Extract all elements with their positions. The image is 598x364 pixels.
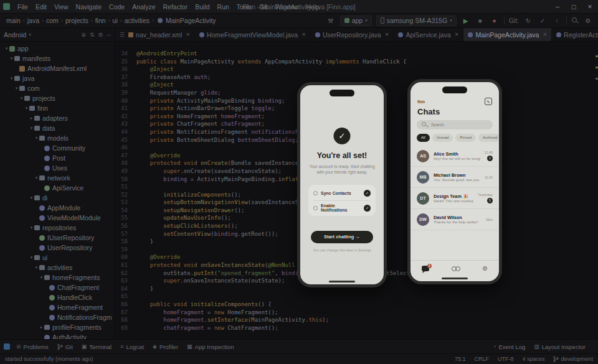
git-update-button[interactable]: ↻ xyxy=(523,17,533,24)
start-chatting-button[interactable]: Start chatting → xyxy=(311,231,373,243)
tree-item-viewmodelmodule[interactable]: ViewModelModule xyxy=(0,213,115,223)
tool-window-terminal[interactable]: ▣Terminal xyxy=(82,343,112,350)
close-icon[interactable]: ✕ xyxy=(543,32,547,37)
checklist-row[interactable]: Sync Contacts✓ xyxy=(313,186,371,200)
tool-window-logcat[interactable]: ≡Logcat xyxy=(120,343,144,350)
tool-window-app-inspection[interactable]: ▦App Inspection xyxy=(187,343,234,350)
menu-item-code[interactable]: Code xyxy=(105,3,128,11)
tree-item-projects[interactable]: ▾projects xyxy=(0,93,115,103)
chevron-down-icon[interactable]: ▾ xyxy=(14,86,19,91)
chevron-right-icon[interactable]: ▸ xyxy=(39,325,44,330)
breadcrumb-item-main[interactable]: main xyxy=(5,17,22,24)
chevron-right-icon[interactable]: ▸ xyxy=(29,116,34,121)
tree-item-finn[interactable]: ▾finn xyxy=(0,103,115,113)
filter-chip-all[interactable]: All xyxy=(417,134,430,142)
tree-item-chatfragment[interactable]: ChatFragment xyxy=(0,282,115,292)
git-branch-widget[interactable]: development xyxy=(553,356,593,363)
editor-tab[interactable]: ☰nav_header.xml✕ xyxy=(115,28,195,41)
filter-chip-pinned[interactable]: Pinned xyxy=(455,134,476,142)
groups-tab-icon[interactable] xyxy=(452,266,460,272)
tool-window-layout-inspector[interactable]: ▥Layout Inspector xyxy=(534,343,586,350)
line-ending-widget[interactable]: CRLF xyxy=(474,356,489,362)
tool-window-profiler[interactable]: ◈Profiler xyxy=(153,343,178,350)
tree-item-com[interactable]: ▾com xyxy=(0,83,115,93)
search-everywhere-icon[interactable] xyxy=(571,17,579,24)
chevron-down-icon[interactable]: ▾ xyxy=(19,96,24,101)
tree-item-java[interactable]: ▾java xyxy=(0,73,115,83)
chats-search-input[interactable]: Search xyxy=(417,120,493,129)
tree-item-homefragment[interactable]: HomeFragment xyxy=(0,302,115,312)
tree-item-community[interactable]: Community xyxy=(0,143,115,153)
chevron-down-icon[interactable]: ▾ xyxy=(39,275,44,280)
tree-item-adapters[interactable]: ▸adapters xyxy=(0,113,115,123)
breadcrumb-item-mainpageactivity[interactable]: MainPageActivity xyxy=(164,17,217,24)
tree-item-ui[interactable]: ▾ui xyxy=(0,253,115,263)
tree-item-activities[interactable]: ▾activities xyxy=(0,263,115,273)
chat-list-item[interactable]: ASAlice SmithHey! Are we still on for to… xyxy=(411,146,499,167)
error-stripe[interactable] xyxy=(596,42,598,339)
editor-tab[interactable]: HomeFragmentViewModel.java✕ xyxy=(195,28,311,41)
menu-item-edit[interactable]: Edit xyxy=(32,3,50,11)
chat-list-item[interactable]: DTDesign Team 🎉Sarah: The new mockups ar… xyxy=(411,188,499,209)
tree-item-uses[interactable]: Uses xyxy=(0,163,115,173)
chevron-down-icon[interactable]: ▾ xyxy=(34,175,39,180)
tool-window-event-log[interactable]: ◔Event Log xyxy=(493,343,525,350)
chevron-down-icon[interactable]: ▾ xyxy=(29,225,34,230)
tree-item-models[interactable]: ▾models xyxy=(0,133,115,143)
git-commit-button[interactable]: ✓ xyxy=(538,17,548,24)
tree-item-apiservice[interactable]: ApiService xyxy=(0,183,115,193)
tree-item-homefragments[interactable]: ▾homeFragments xyxy=(0,273,115,282)
breadcrumb-item-projects[interactable]: projects xyxy=(64,17,90,24)
editor-tab[interactable]: ApiService.java✕ xyxy=(394,28,463,41)
editor-tab[interactable]: MainPageActivity.java✕ xyxy=(463,28,552,41)
tree-item-di[interactable]: ▾di xyxy=(0,193,115,203)
breadcrumb-item-com[interactable]: com xyxy=(45,17,60,24)
maximize-button[interactable]: ▢ xyxy=(566,0,582,14)
menu-item-view[interactable]: View xyxy=(50,3,72,11)
chevron-down-icon[interactable]: ▾ xyxy=(4,46,9,51)
chevron-down-icon[interactable]: ▾ xyxy=(9,76,14,81)
sort-icon[interactable]: ⇅ xyxy=(90,32,95,38)
build-hammer-icon[interactable]: ⚒ xyxy=(326,17,336,24)
tree-item-post[interactable]: Post xyxy=(0,153,115,163)
tool-window-problems[interactable]: ⊘Problems xyxy=(16,343,49,350)
close-button[interactable]: ✕ xyxy=(582,0,598,14)
device-select[interactable]: samsung SM-A315G ▾ xyxy=(376,16,457,26)
indent-widget[interactable]: 4 spaces xyxy=(522,356,544,362)
minimize-button[interactable]: ─ xyxy=(549,0,566,14)
menu-item-build[interactable]: Build xyxy=(191,3,213,11)
chevron-down-icon[interactable]: ▾ xyxy=(9,56,14,61)
tree-item-userrepository[interactable]: UserRepository xyxy=(0,243,115,253)
settings-gear-icon[interactable]: ⚙ xyxy=(98,32,103,38)
breadcrumb-item-finn[interactable]: finn xyxy=(94,17,107,24)
git-push-button[interactable]: ↑ xyxy=(552,17,562,24)
project-view-selector[interactable]: Android xyxy=(4,31,26,39)
chat-list-item[interactable]: DWDavid WilsonThanks for the help earlie… xyxy=(411,209,499,230)
settings-gear-icon[interactable]: ⚙ xyxy=(583,17,593,24)
hide-panel-icon[interactable]: ─ xyxy=(107,32,111,38)
tree-item-manifests[interactable]: ▾manifests xyxy=(0,54,115,63)
tree-item-app[interactable]: ▾app xyxy=(0,44,115,54)
editor-tab[interactable]: RegisterActivity.java✕ xyxy=(552,28,598,41)
menu-item-analyze[interactable]: Analyze xyxy=(128,3,159,11)
debug-button[interactable]: ◉ xyxy=(475,18,485,24)
breadcrumb-item-java[interactable]: java xyxy=(26,17,40,24)
stop-button[interactable]: ■ xyxy=(490,18,500,24)
menu-item-file[interactable]: File xyxy=(14,3,32,11)
menu-item-navigate[interactable]: Navigate xyxy=(72,3,105,11)
breadcrumb-item-activities[interactable]: activities xyxy=(123,17,151,24)
close-icon[interactable]: ✕ xyxy=(186,32,190,37)
tree-item-network[interactable]: ▾network xyxy=(0,173,115,183)
tree-item-handleclick[interactable]: HandleClick xyxy=(0,292,115,302)
tree-item-appmodule[interactable]: AppModule xyxy=(0,203,115,213)
tool-window-git[interactable]: Git xyxy=(57,343,73,350)
filter-chip-archived[interactable]: Archived xyxy=(478,134,501,142)
menu-item-help[interactable]: Help xyxy=(302,3,323,11)
chevron-down-icon[interactable]: ▾ xyxy=(29,195,34,200)
editor-tab[interactable]: UserRepository.java✕ xyxy=(311,28,394,41)
settings-tab-icon[interactable]: ⚙ xyxy=(482,266,488,272)
checklist-row[interactable]: Enable Notifications✓ xyxy=(313,200,371,215)
project-tree[interactable]: ▾app▾manifestsAndroidManifest.xml▾java▾c… xyxy=(0,42,115,339)
locate-file-icon[interactable]: ⊕ xyxy=(81,32,86,38)
menu-item-run[interactable]: Run xyxy=(214,3,233,11)
